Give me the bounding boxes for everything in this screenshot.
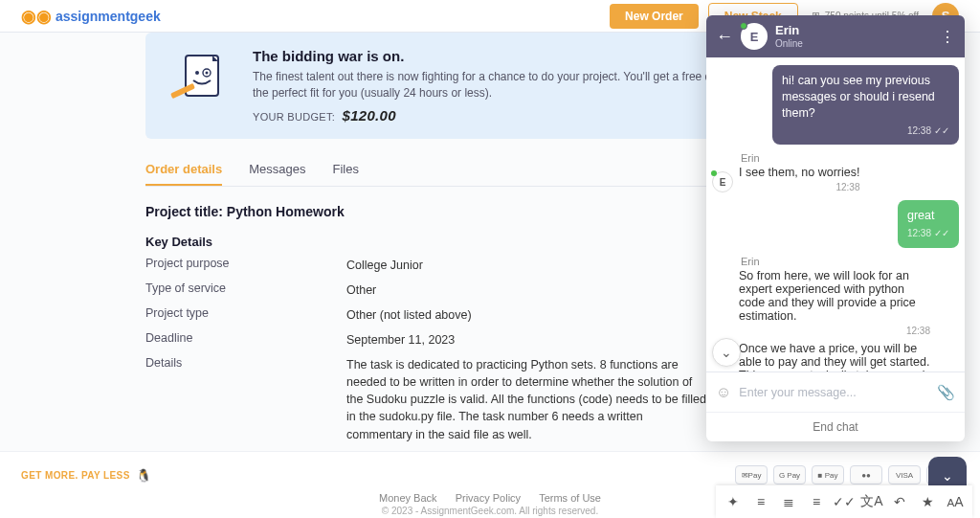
tool-align-center-icon[interactable]: ≣ (775, 488, 802, 515)
chat-msg-agent-1-text: I see them, no worries! (739, 166, 859, 179)
tool-translate-icon[interactable]: 文A (858, 488, 885, 515)
badge-pay: ■ Pay (812, 465, 844, 484)
collapse-toolbar-button[interactable]: ⌄ (928, 457, 967, 485)
service-label: Type of service (145, 282, 346, 299)
chat-back-icon[interactable]: ← (716, 27, 733, 47)
chat-msg-user-2: great 12:38✓✓ (898, 200, 959, 247)
chat-header: ← E Erin Online ⋮ (706, 15, 965, 57)
chat-msg-user-2-time: 12:38 (907, 228, 931, 238)
details-value: The task is dedicated to practicing Pyth… (346, 356, 710, 443)
details-label: Details (145, 356, 346, 443)
tab-order-details[interactable]: Order details (145, 152, 222, 186)
link-terms[interactable]: Terms of Use (539, 492, 601, 504)
chat-msg-agent-2-text: So from here, we will look for an expert… (739, 269, 930, 323)
badge-applepay: ✉Pay (735, 465, 768, 484)
chat-msg-agent-3: Once we have a price, you will be able t… (739, 342, 930, 372)
tool-star-icon[interactable]: ★ (914, 488, 941, 515)
link-privacy[interactable]: Privacy Policy (456, 492, 521, 504)
service-value: Other (346, 282, 376, 299)
badge-visa: VISA (888, 465, 921, 484)
chat-msg-agent-2-time: 12:38 (739, 326, 930, 336)
deadline-value: September 11, 2023 (346, 331, 455, 349)
checks-icon: ✓✓ (934, 228, 949, 238)
chat-input-row: ☺ 📎 (706, 372, 965, 412)
tool-fontsize-icon[interactable]: AA (942, 488, 969, 515)
chat-msg-agent-1-time: 12:38 (739, 182, 859, 192)
tool-align-right-icon[interactable]: ≡ (803, 488, 830, 515)
end-chat-button[interactable]: End chat (706, 412, 965, 441)
deadline-label: Deadline (145, 331, 346, 349)
budget-label: YOUR BUDGET: (253, 111, 335, 123)
payment-badges: ✉Pay G Pay ■ Pay ●● VISA ≣ (735, 465, 959, 484)
mascot-icon: 🐧 (136, 468, 151, 483)
chat-msg-agent-1-from: Erin (741, 152, 959, 164)
chat-scroll-down-button[interactable]: ⌄ (712, 338, 741, 367)
chat-menu-icon[interactable]: ⋮ (940, 28, 955, 46)
svg-point-3 (206, 72, 209, 75)
online-dot-icon (740, 22, 747, 30)
editor-toolbar: ✦ ≡ ≣ ≡ ✓✓ 文A ↶ ★ AA (716, 485, 972, 518)
chat-msg-user-1-time: 12:38 (907, 125, 931, 136)
chat-body[interactable]: hi! can you see my previous messages or … (706, 57, 965, 372)
get-more-pay-less[interactable]: GET MORE. PAY LESS (21, 470, 130, 481)
tab-files[interactable]: Files (332, 152, 358, 186)
emoji-icon[interactable]: ☺ (716, 384, 731, 401)
chat-avatar-small: E (712, 171, 733, 192)
badge-mastercard: ●● (850, 465, 882, 484)
link-money-back[interactable]: Money Back (379, 492, 437, 504)
budget-value: $120.00 (342, 107, 395, 124)
chat-msg-agent-1: I see them, no worries! 12:38 (739, 166, 859, 192)
logo-icon: ◉◉ (21, 6, 52, 27)
svg-point-1 (195, 71, 199, 75)
tool-wand-icon[interactable]: ✦ (720, 488, 746, 515)
tool-undo-icon[interactable]: ↶ (886, 488, 913, 515)
chat-avatar[interactable]: E (741, 23, 768, 50)
type-value: Other (not listed above) (346, 306, 472, 324)
chat-msg-user-2-text: great (907, 208, 949, 224)
tool-checks-icon[interactable]: ✓✓ (831, 488, 858, 515)
brand-logo[interactable]: ◉◉ assignmentgeek (21, 6, 161, 27)
chat-msg-agent-2-from: Erin (741, 256, 959, 267)
banner-illustration (165, 48, 232, 115)
type-label: Project type (145, 306, 346, 324)
attach-icon[interactable]: 📎 (937, 384, 955, 401)
tab-messages[interactable]: Messages (249, 152, 305, 186)
checks-icon: ✓✓ (934, 125, 949, 136)
purpose-label: Project purpose (145, 257, 346, 274)
chat-msg-user-1: hi! can you see my previous messages or … (772, 65, 959, 145)
chat-input[interactable] (739, 386, 929, 399)
chat-agent-status: Online (775, 38, 803, 49)
chat-msg-agent-2: So from here, we will look for an expert… (739, 269, 930, 336)
new-order-button[interactable]: New Order (610, 4, 699, 29)
brand-text: assignmentgeek (56, 9, 161, 24)
chat-agent-name: Erin (775, 24, 803, 38)
chat-widget: ← E Erin Online ⋮ hi! can you see my pre… (706, 15, 965, 441)
tool-align-left-icon[interactable]: ≡ (747, 488, 774, 515)
chat-msg-agent-3-text: Once we have a price, you will be able t… (739, 342, 930, 372)
badge-gpay: G Pay (773, 465, 806, 484)
chat-msg-user-1-text: hi! can you see my previous messages or … (782, 73, 949, 122)
purpose-value: College Junior (346, 257, 423, 274)
